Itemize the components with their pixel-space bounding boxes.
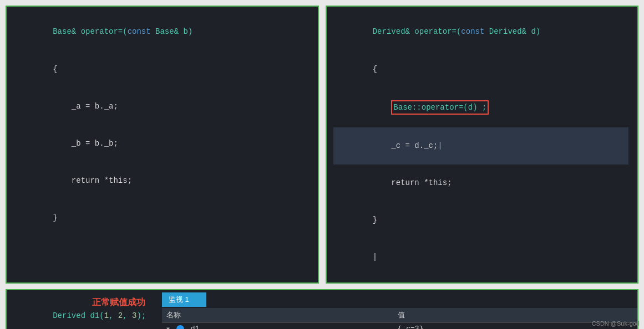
main-container: Base& operator=(const Base& b) { _a = b.…	[0, 0, 644, 329]
table-row: ▼ d1 {_c=3}	[162, 323, 637, 329]
code-line-1: Base& operator=(const Base& b)	[16, 13, 309, 50]
table-header-row: 名称 值	[162, 308, 637, 323]
debug-table: 名称 值 ▼ d1 {_c=3}	[162, 308, 637, 329]
code-line-r1: Derived& operator=(const Derived& d)	[336, 13, 629, 50]
top-left-panel: Base& operator=(const Base& b) { _a = b.…	[6, 6, 319, 284]
top-row: Base& operator=(const Base& b) { _a = b.…	[6, 6, 638, 284]
code-line-r7: |	[336, 239, 629, 276]
code-line-r4: _c = d._c;|	[333, 127, 629, 164]
bottom-left-code: Derived d1(1, 2, 3); Derived d2; d2 = d1…	[7, 290, 162, 329]
col-name-header: 名称	[162, 308, 393, 323]
obj-icon	[176, 325, 184, 329]
code-line-2: {	[16, 50, 309, 88]
code-line-r6: }	[336, 202, 629, 239]
top-right-panel: Derived& operator=(const Derived& d) { B…	[326, 6, 639, 284]
code-line-5: return *this;	[16, 162, 309, 199]
code-line-4: _b = b._b;	[16, 125, 309, 162]
collapse-icon[interactable]: ▼	[166, 326, 170, 329]
code-line-3: _a = b._a;	[16, 88, 309, 125]
var-name: d1	[191, 325, 200, 329]
debug-panel: 监视 1 名称 值 ▼	[162, 290, 637, 329]
code-line-r5: return *this;	[336, 164, 629, 202]
debug-tab-container: 监视 1	[162, 290, 637, 308]
debug-table-container: 名称 值 ▼ d1 {_c=3}	[162, 308, 637, 329]
success-text: 正常赋值成功	[92, 297, 145, 309]
bottom-panel: Derived d1(1, 2, 3); Derived d2; d2 = d1…	[6, 289, 638, 329]
watermark: CSDN @Suk-god	[592, 320, 640, 327]
debug-tab[interactable]: 监视 1	[162, 292, 206, 307]
code-line-r3: Base::operator=(d) ;	[336, 88, 629, 127]
table-cell-name: ▼ d1	[162, 323, 393, 329]
code-line-r2: {	[336, 50, 629, 88]
code-line-6: }	[16, 199, 309, 237]
